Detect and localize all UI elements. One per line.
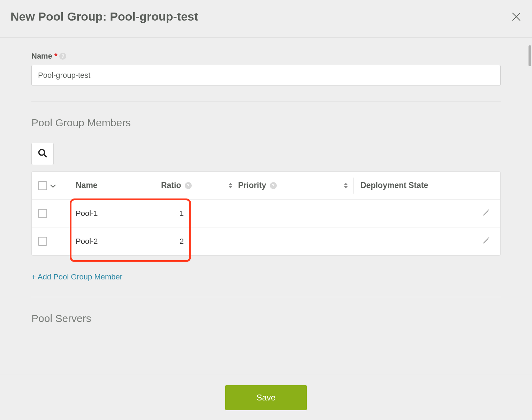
row-name: Pool-1 [63,209,161,218]
row-ratio: 1 [161,209,237,218]
col-header-ratio-text: Ratio [161,181,181,190]
svg-line-3 [44,155,47,157]
svg-marker-6 [344,183,348,185]
page-title: New Pool Group: Pool-group-test [10,10,198,23]
table-row: Pool-2 2 [32,227,500,255]
col-header-deployment[interactable]: Deployment State [354,181,472,190]
divider [31,101,501,102]
row-checkbox[interactable] [38,237,47,246]
add-member-link[interactable]: + Add Pool Group Member [31,272,122,282]
svg-marker-7 [344,186,348,188]
divider [31,297,501,297]
edit-icon[interactable] [482,210,491,218]
edit-icon[interactable] [482,238,491,246]
table-row: Pool-1 1 [32,200,500,227]
col-header-ratio[interactable]: Ratio ? [161,181,238,190]
help-icon[interactable]: ? [270,182,277,189]
col-header-priority[interactable]: Priority ? [238,181,353,190]
select-all-checkbox[interactable] [38,181,47,190]
members-section-title: Pool Group Members [31,117,501,129]
dialog-body: Name * ? Pool Group Members Name Ratio [0,38,532,377]
col-header-name[interactable]: Name [63,181,161,190]
row-checkbox[interactable] [38,209,47,218]
members-table: Name Ratio ? Priority ? [31,171,501,256]
sort-icon[interactable] [343,183,348,188]
row-ratio: 2 [161,237,237,246]
servers-section-title: Pool Servers [31,313,501,324]
members-table-wrap: Name Ratio ? Priority ? [31,171,501,256]
sort-icon[interactable] [228,183,233,188]
svg-marker-4 [228,183,233,185]
close-icon[interactable] [511,12,522,22]
dialog-header: New Pool Group: Pool-group-test [0,0,532,38]
name-input[interactable] [31,65,501,86]
dialog-footer: Save [0,375,532,420]
scrollbar-thumb[interactable] [529,45,531,66]
help-icon[interactable]: ? [185,182,192,189]
search-button[interactable] [31,143,54,165]
name-label: Name * ? [31,52,501,61]
table-header-row: Name Ratio ? Priority ? [32,172,500,200]
name-label-text: Name [31,52,52,61]
search-icon [38,148,47,159]
save-button[interactable]: Save [225,385,307,410]
chevron-down-icon[interactable] [50,181,56,190]
help-icon[interactable]: ? [59,53,66,60]
required-star-icon: * [54,52,58,61]
svg-point-2 [39,150,45,155]
svg-marker-5 [228,186,233,188]
col-header-priority-text: Priority [238,181,266,190]
row-name: Pool-2 [63,237,161,246]
